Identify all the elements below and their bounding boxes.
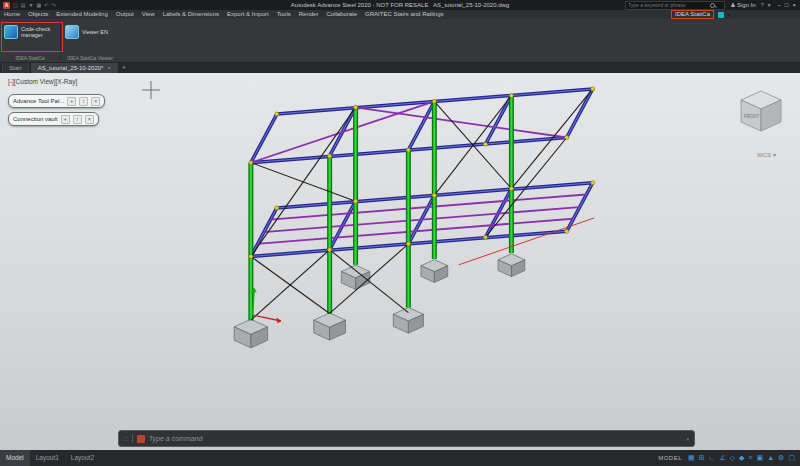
menu-tab-view[interactable]: View bbox=[138, 10, 159, 19]
ribbon-group-idea-statica-viewer: Viewer EN IDEA StatiCa Viewer bbox=[61, 20, 119, 62]
advance-steel-window: A▢▤▼▦↶↷ Autodesk Advance Steel 2020 - NO… bbox=[0, 0, 800, 466]
save-icon[interactable]: ▼ bbox=[28, 2, 33, 9]
viewer-en-button[interactable]: Viewer EN bbox=[63, 22, 117, 42]
open-icon[interactable]: ▤ bbox=[21, 2, 26, 9]
maximize-button[interactable]: □ bbox=[783, 0, 791, 10]
workspace-gear-icon[interactable]: ⚙ bbox=[778, 450, 784, 466]
menu-tab-labels-dimensions[interactable]: Labels & Dimensions bbox=[159, 10, 223, 19]
annotation-scale-icon[interactable]: ▲ bbox=[767, 450, 774, 466]
grid-icon[interactable]: ▦ bbox=[688, 450, 695, 466]
document-tab-as-tutorial-25-10-2020[interactable]: AS_tutorial_25-10-2020*× bbox=[31, 62, 118, 73]
autohide-icon[interactable]: ↕ bbox=[73, 115, 82, 124]
menu-tab-home[interactable]: Home bbox=[0, 10, 24, 19]
document-tab-label: AS_tutorial_25-10-2020* bbox=[38, 63, 104, 73]
close-icon[interactable]: × bbox=[91, 97, 100, 106]
command-history-chevron-icon[interactable]: ▾ bbox=[686, 436, 689, 442]
ribbon-collapse-icon[interactable]: ▾ bbox=[727, 11, 730, 18]
lineweight-icon[interactable]: ≡ bbox=[748, 450, 752, 466]
wcs-selector[interactable]: WCS ▾ bbox=[757, 151, 776, 158]
close-button[interactable]: × bbox=[790, 0, 798, 10]
ribbon-tab-bar: HomeObjectsExtended ModelingOutputViewLa… bbox=[0, 10, 800, 19]
autohide-icon[interactable]: ↕ bbox=[79, 97, 88, 106]
layout-tab-model[interactable]: Model bbox=[0, 450, 30, 466]
minimize-button[interactable]: – bbox=[776, 0, 783, 10]
palette-connection-vault[interactable]: Connection vault+↕× bbox=[8, 112, 99, 126]
palette-title: Advance Tool Pal... bbox=[13, 98, 64, 104]
command-drag-handle-icon[interactable]: ∷ bbox=[124, 435, 128, 442]
document-tab-start[interactable]: Start bbox=[2, 62, 29, 73]
sign-in-button[interactable]: Sign In bbox=[730, 2, 756, 8]
ribbon-group-label[interactable]: IDEA StatiCa bbox=[0, 55, 60, 61]
object-snap-icon[interactable]: ◆ bbox=[739, 450, 744, 466]
new-drawing-tab[interactable]: + bbox=[118, 63, 130, 73]
user-icon bbox=[730, 3, 735, 8]
dynamic-input-icon[interactable]: ▣ bbox=[757, 450, 764, 466]
menu-tab-export-import[interactable]: Export & Import bbox=[223, 10, 273, 19]
menu-tab-idea-statica[interactable]: IDEA StatiCa bbox=[671, 10, 714, 19]
ribbon-panel: Code-check manager IDEA StatiCa Viewer E… bbox=[0, 19, 800, 63]
move-icon[interactable]: + bbox=[67, 97, 76, 106]
viewport-controls-label[interactable]: [-][Custom View][X-Ray] bbox=[8, 78, 77, 85]
notifications-icon[interactable]: ▾ bbox=[768, 2, 771, 8]
view-cube[interactable]: FRONT bbox=[738, 89, 784, 135]
ortho-icon[interactable]: ∟ bbox=[709, 450, 716, 466]
tab-close-icon[interactable]: × bbox=[107, 63, 111, 73]
new-drawing-icon[interactable]: ▢ bbox=[13, 2, 18, 9]
menu-tab-objects[interactable]: Objects bbox=[24, 10, 52, 19]
search-box[interactable] bbox=[625, 1, 725, 10]
quick-access-toolbar: A▢▤▼▦↶↷ bbox=[3, 2, 56, 9]
status-bar: ModelLayout1Layout2 MODEL ▦⊞∟∠◇◆≡▣▲⚙▢ bbox=[0, 450, 800, 466]
redo-icon[interactable]: ↷ bbox=[51, 2, 55, 9]
isodraft-icon[interactable]: ◇ bbox=[730, 450, 735, 466]
document-tab-label: Start bbox=[9, 63, 22, 73]
app-logo[interactable]: A bbox=[3, 2, 10, 9]
menu-tab-render[interactable]: Render bbox=[295, 10, 323, 19]
command-input[interactable]: Type a command bbox=[149, 435, 683, 442]
polar-tracking-icon[interactable]: ∠ bbox=[719, 450, 725, 466]
close-icon[interactable]: × bbox=[85, 115, 94, 124]
ucs-axis-cross-icon bbox=[140, 79, 162, 101]
menu-tab-collaborate[interactable]: Collaborate bbox=[322, 10, 361, 19]
snap-icon[interactable]: ⊞ bbox=[699, 450, 705, 466]
code-check-manager-icon bbox=[4, 25, 18, 39]
view-cube-front-label: FRONT bbox=[744, 114, 760, 119]
app-title: Autodesk Advance Steel 2020 - NOT FOR RE… bbox=[291, 2, 429, 8]
search-input[interactable] bbox=[628, 2, 708, 8]
code-check-manager-button[interactable]: Code-check manager bbox=[2, 22, 58, 42]
menu-tab-extended-modeling[interactable]: Extended Modeling bbox=[52, 10, 111, 19]
sign-in-label: Sign In bbox=[737, 2, 756, 8]
3d-model-canvas[interactable] bbox=[0, 73, 800, 450]
palette-advance-tool-pal[interactable]: Advance Tool Pal...+↕× bbox=[8, 94, 105, 108]
help-icon[interactable]: ? bbox=[761, 2, 764, 8]
fullscreen-icon[interactable]: ▢ bbox=[788, 450, 795, 466]
undo-icon[interactable]: ↶ bbox=[44, 2, 48, 9]
palette-title: Connection vault bbox=[13, 116, 58, 122]
menu-tab-tools[interactable]: Tools bbox=[273, 10, 295, 19]
idea-statica-app-icon[interactable] bbox=[718, 12, 724, 18]
command-separator bbox=[132, 434, 133, 443]
chevron-down-icon: ▾ bbox=[773, 151, 776, 158]
command-prompt-icon bbox=[137, 435, 145, 443]
ribbon-group-idea-statica: Code-check manager IDEA StatiCa bbox=[0, 20, 60, 62]
layout-tab-layout1[interactable]: Layout1 bbox=[30, 450, 65, 466]
model-space-toggle[interactable]: MODEL bbox=[658, 455, 682, 461]
command-line[interactable]: ∷ Type a command ▾ bbox=[118, 430, 695, 447]
menu-tab-output[interactable]: Output bbox=[112, 10, 138, 19]
layout-tab-layout2[interactable]: Layout2 bbox=[65, 450, 100, 466]
title-bar: A▢▤▼▦↶↷ Autodesk Advance Steel 2020 - NO… bbox=[0, 0, 800, 10]
ribbon-group-label[interactable]: IDEA StatiCa Viewer bbox=[61, 55, 119, 61]
move-icon[interactable]: + bbox=[61, 115, 70, 124]
print-icon[interactable]: ▦ bbox=[36, 2, 41, 9]
viewer-en-icon bbox=[65, 25, 79, 39]
document-name: AS_tutorial_25-10-2020.dwg bbox=[433, 2, 509, 8]
document-tab-bar: StartAS_tutorial_25-10-2020*×+ bbox=[0, 62, 800, 73]
menu-tab-graitec-stairs-and-railings[interactable]: GRAITEC Stairs and Railings bbox=[361, 10, 447, 19]
search-icon[interactable] bbox=[710, 3, 715, 8]
viewport[interactable]: [-][Custom View][X-Ray] Advance Tool Pal… bbox=[0, 73, 800, 450]
